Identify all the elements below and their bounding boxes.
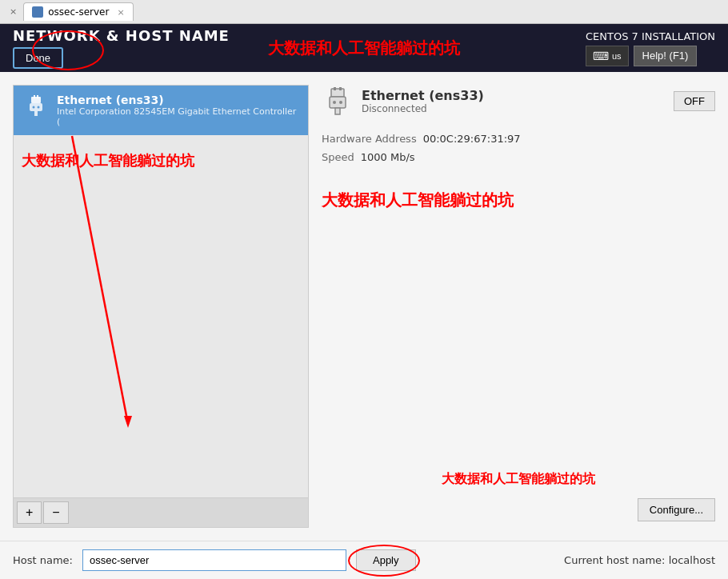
ethernet-icon xyxy=(23,94,49,119)
device-name: Ethernet (ens33) xyxy=(362,88,484,103)
current-hostname: Current host name: localhost xyxy=(564,554,715,566)
main-content: Ethernet (ens33) Intel Corporation 82545… xyxy=(0,72,728,541)
speed-row: Speed 1000 Mb/s xyxy=(322,148,715,166)
left-panel-watermark: 大数据和人工智能躺过的坑 xyxy=(14,135,308,218)
keyboard-label: us xyxy=(612,51,622,61)
keyboard-button[interactable]: ⌨ us xyxy=(586,46,629,66)
hw-address-label: Hardware Address xyxy=(322,130,417,148)
header-watermark: 大数据和人工智能躺过的坑 xyxy=(268,38,460,59)
bottom-bar: Host name: Apply Current host name: loca… xyxy=(0,541,728,579)
svg-rect-8 xyxy=(334,87,336,90)
tab-close[interactable]: × xyxy=(117,7,124,18)
hostname-label: Host name: xyxy=(13,554,73,566)
app-window: NETWORK & HOST NAME Done 大数据和人工智能躺过的坑 CE… xyxy=(0,24,728,579)
tab-label: ossec-server xyxy=(48,6,109,18)
browser-chrome: × ossec-server × xyxy=(0,0,728,24)
right-watermark-1: 大数据和人工智能躺过的坑 xyxy=(322,190,715,211)
tab-favicon xyxy=(32,6,43,18)
svg-rect-9 xyxy=(339,87,342,90)
hw-address-value: 00:0C:29:67:31:97 xyxy=(423,130,521,148)
speed-label: Speed xyxy=(322,148,354,166)
network-item-name: Ethernet (ens33) xyxy=(57,94,298,106)
hw-address-row: Hardware Address 00:0C:29:67:31:97 xyxy=(322,130,715,148)
apply-button[interactable]: Apply xyxy=(356,549,416,571)
svg-point-13 xyxy=(339,101,342,104)
configure-button[interactable]: Configure... xyxy=(638,498,715,521)
svg-point-5 xyxy=(33,106,35,109)
svg-rect-4 xyxy=(34,111,38,116)
list-controls: + − xyxy=(14,497,308,527)
add-network-button[interactable]: + xyxy=(17,501,42,524)
svg-point-12 xyxy=(333,101,336,104)
current-label: Current host name: xyxy=(564,554,665,566)
network-list-panel: Ethernet (ens33) Intel Corporation 82545… xyxy=(13,85,309,528)
browser-tab[interactable]: ossec-server × xyxy=(23,2,133,21)
network-item-ens33[interactable]: Ethernet (ens33) Intel Corporation 82545… xyxy=(14,86,308,135)
device-details: Hardware Address 00:0C:29:67:31:97 Speed… xyxy=(322,130,715,167)
page-title: NETWORK & HOST NAME xyxy=(13,27,230,44)
network-item-info: Ethernet (ens33) Intel Corporation 82545… xyxy=(57,94,298,127)
svg-rect-10 xyxy=(330,97,346,108)
device-text-info: Ethernet (ens33) Disconnected xyxy=(362,88,484,114)
remove-network-button[interactable]: − xyxy=(43,501,68,524)
svg-rect-3 xyxy=(30,103,42,111)
svg-rect-2 xyxy=(37,95,38,98)
hostname-input[interactable] xyxy=(82,549,346,571)
header-bar: NETWORK & HOST NAME Done 大数据和人工智能躺过的坑 CE… xyxy=(0,24,728,72)
header-left: NETWORK & HOST NAME Done xyxy=(13,27,230,69)
svg-rect-0 xyxy=(31,97,41,103)
right-watermark-2: 大数据和人工智能躺过的坑 xyxy=(442,471,595,486)
keyboard-icon: ⌨ xyxy=(593,50,609,62)
centos-label: CENTOS 7 INSTALLATION xyxy=(586,30,715,42)
header-right: CENTOS 7 INSTALLATION ⌨ us Help! (F1) xyxy=(586,30,715,66)
speed-value: 1000 Mb/s xyxy=(361,148,415,166)
current-value: localhost xyxy=(669,554,715,566)
browser-close-x[interactable]: × xyxy=(6,5,20,18)
toggle-button[interactable]: OFF xyxy=(674,91,715,111)
svg-point-6 xyxy=(38,106,40,109)
device-header: Ethernet (ens33) Disconnected OFF xyxy=(322,85,715,117)
help-button[interactable]: Help! (F1) xyxy=(634,46,698,66)
done-button[interactable]: Done xyxy=(13,47,63,69)
svg-rect-7 xyxy=(331,89,344,97)
svg-rect-11 xyxy=(335,108,340,114)
svg-rect-1 xyxy=(34,95,35,98)
network-item-desc: Intel Corporation 82545EM Gigabit Ethern… xyxy=(57,106,298,127)
device-status: Disconnected xyxy=(362,103,484,114)
device-ethernet-icon xyxy=(322,85,354,117)
device-info: Ethernet (ens33) Disconnected xyxy=(322,85,484,117)
device-detail-panel: Ethernet (ens33) Disconnected OFF Hardwa… xyxy=(322,85,715,528)
network-list: Ethernet (ens33) Intel Corporation 82545… xyxy=(14,86,308,497)
